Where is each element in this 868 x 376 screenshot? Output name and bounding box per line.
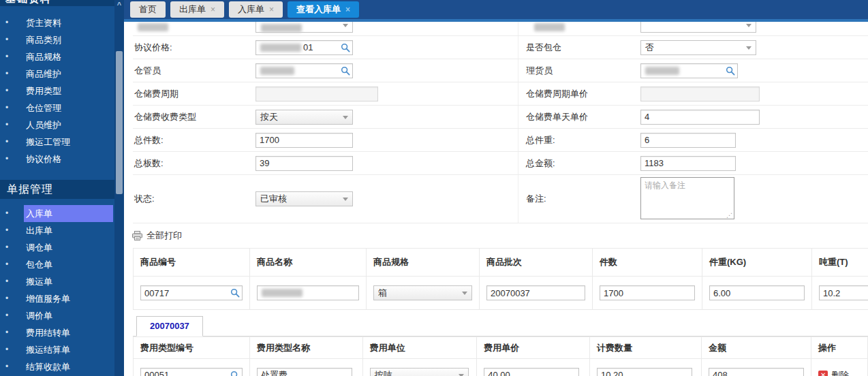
- whole-rent-select[interactable]: 否: [640, 40, 756, 55]
- sidebar-item-whole-rent-order[interactable]: •包仓单: [0, 256, 113, 273]
- sidebar-section-doc-manage[interactable]: 单据管理: [0, 180, 124, 199]
- column-header: 费用单位: [362, 337, 476, 359]
- fee-amount-input[interactable]: [709, 368, 804, 376]
- sidebar-item-bin-manage[interactable]: •仓位管理: [0, 99, 113, 116]
- delete-icon: ✕: [818, 371, 828, 376]
- product-batch-input[interactable]: [486, 285, 585, 300]
- scrollbar-thumb[interactable]: [116, 51, 123, 194]
- clipped-select[interactable]: [640, 22, 756, 33]
- sidebar-item-price-adjust-order[interactable]: •调价单: [0, 307, 113, 324]
- printer-icon: [132, 231, 142, 240]
- sidebar-item-product-spec[interactable]: •商品规格: [0, 48, 113, 65]
- tab-home[interactable]: 首页: [130, 1, 166, 18]
- chevron-down-icon: [343, 116, 348, 119]
- sidebar-item-product-category[interactable]: •商品类别: [0, 31, 113, 48]
- product-name-field: [257, 285, 359, 300]
- field-label: 仓储费周期单价: [518, 88, 640, 100]
- column-header: 操作: [811, 337, 868, 359]
- sidebar-item-handling-order[interactable]: •搬运单: [0, 273, 113, 290]
- fee-type-name-input[interactable]: [257, 368, 352, 376]
- select-value: 已审核: [260, 193, 287, 205]
- sidebar-item-agreement-price[interactable]: •协议价格: [0, 151, 113, 168]
- tab-label: 入库单: [238, 1, 264, 18]
- sidebar-section-basic-data[interactable]: 基础资料: [0, 0, 124, 6]
- sidebar-item-owner-data[interactable]: •货主资料: [0, 14, 113, 31]
- form-row: 仓管员 理货员: [133, 59, 868, 82]
- field-label: 仓储费单天单价: [518, 111, 640, 123]
- chevron-down-icon: [343, 24, 348, 27]
- total-pieces-input[interactable]: [255, 133, 353, 148]
- close-icon[interactable]: ×: [269, 5, 274, 14]
- form-row: 总板数: 总金额:: [133, 152, 868, 175]
- field-label: 是否包仓: [518, 42, 640, 54]
- close-icon[interactable]: ×: [345, 5, 350, 14]
- sidebar-item-label: 协议价格: [26, 154, 61, 164]
- tab-inbound[interactable]: 入库单×: [229, 1, 283, 18]
- fee-qty-input[interactable]: [597, 368, 692, 376]
- remarks-textarea[interactable]: [640, 177, 734, 219]
- search-icon[interactable]: [230, 371, 240, 376]
- fee-type-code-input[interactable]: [140, 368, 243, 376]
- resize-grip-icon[interactable]: ⋰: [726, 213, 732, 219]
- fee-table: 费用类型编号 费用类型名称 费用单位 费用单价 计费数量 金额 操作: [133, 336, 868, 376]
- sidebar-item-inbound-order[interactable]: •入库单: [0, 205, 113, 222]
- sidebar-item-product-maintain[interactable]: •商品维护: [0, 65, 113, 82]
- sidebar-item-label: 调仓单: [26, 242, 52, 253]
- chevron-down-icon: [459, 374, 464, 376]
- column-header: 件数: [593, 249, 702, 277]
- search-icon[interactable]: [726, 66, 735, 76]
- storage-fee-type-select: 按天: [255, 110, 353, 125]
- tab-outbound[interactable]: 出库单×: [170, 1, 224, 18]
- warehouse-select[interactable]: [255, 22, 353, 33]
- sidebar-item-value-added-order[interactable]: •增值服务单: [0, 290, 113, 307]
- sidebar-item-label: 搬运结算单: [26, 345, 70, 355]
- batch-tab[interactable]: 20070037: [136, 316, 203, 336]
- search-icon[interactable]: [230, 288, 240, 298]
- fee-unit-price-input[interactable]: [484, 368, 579, 376]
- storage-fee-cycle-input: [255, 87, 378, 101]
- ton-weight-input[interactable]: [819, 285, 868, 300]
- print-all-button[interactable]: 全部打印: [124, 223, 868, 248]
- storage-fee-daily-price-input[interactable]: [640, 110, 760, 125]
- field-label: 总件重:: [518, 134, 640, 146]
- bullet-icon: •: [5, 324, 8, 341]
- delete-row-button[interactable]: ✕ 删除: [818, 369, 861, 376]
- total-piece-weight-input[interactable]: [640, 133, 736, 148]
- bullet-icon: •: [5, 358, 8, 375]
- field-label: 仓管员: [133, 65, 255, 77]
- form-row: 仓储费收费类型 按天 仓储费单天单价: [133, 106, 868, 129]
- tab-label: 出库单: [179, 1, 206, 18]
- sidebar-item-outbound-order[interactable]: •出库单: [0, 222, 113, 239]
- field-label: 理货员: [518, 65, 640, 77]
- column-header: 商品批次: [480, 249, 593, 277]
- print-all-label: 全部打印: [146, 230, 182, 242]
- chevron-down-icon: [462, 292, 467, 295]
- sidebar-item-transfer-order[interactable]: •调仓单: [0, 239, 113, 256]
- search-icon[interactable]: [341, 66, 350, 76]
- piece-weight-input[interactable]: [709, 285, 805, 300]
- bullet-icon: •: [5, 256, 8, 273]
- product-code-input[interactable]: [140, 285, 243, 300]
- select-value: 箱: [378, 287, 387, 299]
- tab-label: 查看入库单: [296, 1, 341, 18]
- total-pallets-input[interactable]: [255, 156, 353, 171]
- sidebar-item-fee-carryover-order[interactable]: •费用结转单: [0, 324, 113, 341]
- close-icon[interactable]: ×: [211, 5, 215, 14]
- sidebar-item-porter-manage[interactable]: •搬运工管理: [0, 134, 113, 151]
- search-icon[interactable]: [341, 43, 350, 52]
- sidebar-item-handling-settle-order[interactable]: •搬运结算单: [0, 341, 113, 358]
- sidebar-item-fee-type[interactable]: •费用类型: [0, 82, 113, 99]
- sidebar-item-label: 入库单: [26, 208, 52, 219]
- total-amount-input[interactable]: [640, 156, 736, 171]
- section-title: 单据管理: [7, 183, 53, 195]
- scroll-up-icon[interactable]: ^: [114, 0, 124, 11]
- fee-table-header-row: 费用类型编号 费用类型名称 费用单位 费用单价 计费数量 金额 操作: [134, 337, 868, 359]
- bullet-icon: •: [5, 273, 8, 290]
- tab-view-inbound[interactable]: 查看入库单×: [288, 1, 359, 18]
- pieces-input[interactable]: [600, 285, 695, 300]
- sidebar-scrollbar[interactable]: ^: [114, 0, 124, 376]
- select-value: 否: [645, 42, 654, 54]
- sidebar-item-settle-receipt-order[interactable]: •结算收款单: [0, 358, 113, 375]
- sidebar-item-staff-maintain[interactable]: •人员维护: [0, 116, 113, 134]
- tally-clerk-lookup: [640, 63, 738, 78]
